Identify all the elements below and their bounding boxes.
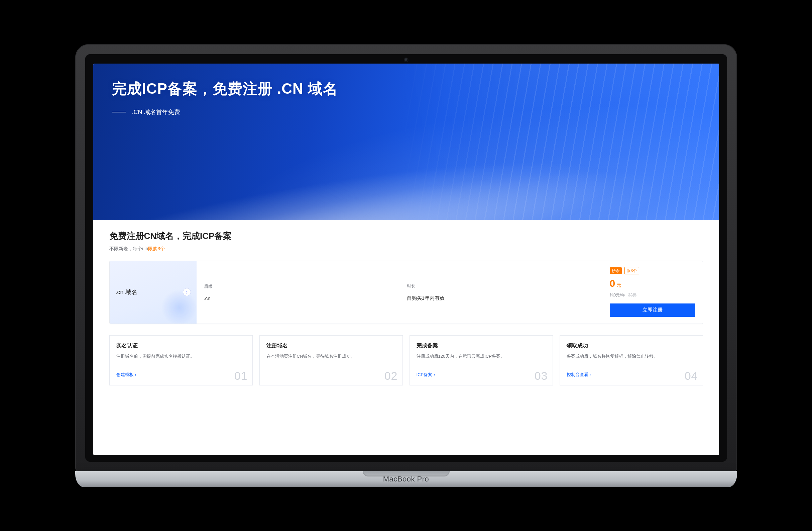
hero-subtitle: .CN 域名首年免费: [132, 108, 180, 116]
step-desc: 备案成功后，域名将恢复解析，解除禁止转移。: [567, 353, 696, 368]
product-col-suffix: 后缀 .cn: [197, 261, 400, 324]
step-number: 01: [234, 369, 248, 382]
price-value: 0: [610, 278, 615, 289]
laptop-frame: 完成ICP备案，免费注册 .CN 域名 .CN 域名首年免费 免费注册CN域名，…: [75, 44, 737, 487]
product-name: .cn 域名: [116, 288, 137, 296]
step-title: 领取成功: [567, 342, 696, 349]
product-col-duration: 时长 自购买1年内有效: [400, 261, 603, 324]
step-desc: 注册域名前，需提前完成实名模板认证。: [116, 353, 246, 368]
step-link-label: 控制台查看: [567, 372, 588, 378]
product-card: .cn 域名 › 后缀 .cn 时长 自购买1年内有效: [109, 261, 703, 324]
step-number: 03: [535, 369, 548, 382]
step-link-icp[interactable]: ICP备案 ›: [417, 372, 546, 378]
col-value: .cn: [204, 295, 392, 301]
hero-banner: 完成ICP备案，免费注册 .CN 域名 .CN 域名首年免费: [93, 64, 719, 220]
section-title: 免费注册CN域名，完成ICP备案: [109, 230, 703, 242]
section-subtitle: 不限新老，每个uin限购3个: [109, 246, 703, 252]
price-unit: 元: [617, 282, 621, 289]
col-label: 后缀: [204, 283, 392, 290]
section-sub-prefix: 不限新老，每个uin: [109, 246, 148, 251]
step-link-console[interactable]: 控制台查看 ›: [567, 372, 696, 378]
step-card: 完成备案 注册成功后120天内，在腾讯云完成ICP备案。 ICP备案 › 03: [409, 335, 553, 386]
col-label: 时长: [407, 283, 595, 289]
page: 完成ICP备案，免费注册 .CN 域名 .CN 域名首年免费 免费注册CN域名，…: [93, 64, 719, 455]
step-link-label: 创建模板: [116, 372, 134, 378]
step-link-label: ICP备案: [417, 372, 433, 378]
step-card: 实名认证 注册域名前，需提前完成实名模板认证。 创建模板 › 01: [109, 335, 253, 386]
tag-flash: 秒杀: [610, 267, 622, 274]
step-card: 领取成功 备案成功后，域名将恢复解析，解除禁止转移。 控制台查看 › 04: [560, 335, 703, 386]
price-strike: 33元: [628, 293, 637, 297]
laptop-lid: 完成ICP备案，免费注册 .CN 域名 .CN 域名首年免费 免费注册CN域名，…: [75, 44, 737, 472]
chevron-right-icon: ›: [590, 373, 591, 377]
step-desc: 在本活动页注册CN域名，等待域名注册成功。: [266, 353, 396, 378]
step-title: 完成备案: [417, 342, 546, 349]
chevron-right-icon[interactable]: ›: [183, 289, 191, 296]
step-link-create-template[interactable]: 创建模板 ›: [116, 372, 246, 378]
steps-row: 实名认证 注册域名前，需提前完成实名模板认证。 创建模板 › 01 注册域名: [109, 335, 703, 386]
chevron-right-icon: ›: [135, 373, 136, 377]
register-button[interactable]: 立即注册: [610, 304, 695, 317]
step-number: 02: [385, 369, 398, 382]
screen: 完成ICP备案，免费注册 .CN 域名 .CN 域名首年免费 免费注册CN域名，…: [93, 64, 719, 455]
price: 0 元: [610, 278, 695, 289]
step-desc: 注册成功后120天内，在腾讯云完成ICP备案。: [417, 353, 546, 368]
tag-row: 秒杀 限3个: [610, 267, 695, 274]
step-title: 注册域名: [266, 342, 396, 349]
hero-subline: .CN 域名首年免费: [112, 108, 700, 116]
main-section: 免费注册CN域名，完成ICP备案 不限新老，每个uin限购3个 .cn 域名 ›: [93, 220, 719, 455]
tag-limit: 限3个: [624, 267, 639, 274]
hero-underline: [112, 112, 126, 112]
section-sub-highlight: 限购3个: [148, 246, 165, 251]
col-value: 自购买1年内有效: [407, 295, 595, 302]
hero-title: 完成ICP备案，免费注册 .CN 域名: [112, 79, 700, 99]
step-number: 04: [685, 369, 698, 382]
buy-box: 秒杀 限3个 0 元 约0元/年 33元: [603, 261, 703, 324]
price-sub: 约0元/年 33元: [610, 292, 695, 298]
step-card: 注册域名 在本活动页注册CN域名，等待域名注册成功。 02: [259, 335, 403, 386]
camera-dot: [405, 58, 408, 61]
product-tile[interactable]: .cn 域名 ›: [110, 261, 197, 324]
device-label: MacBook Pro: [383, 475, 429, 484]
price-sub-text: 约0元/年: [610, 293, 625, 297]
chevron-right-icon: ›: [434, 373, 435, 377]
step-title: 实名认证: [116, 342, 246, 349]
laptop-base: MacBook Pro: [75, 471, 737, 487]
laptop-bezel: 完成ICP备案，免费注册 .CN 域名 .CN 域名首年免费 免费注册CN域名，…: [85, 54, 727, 462]
